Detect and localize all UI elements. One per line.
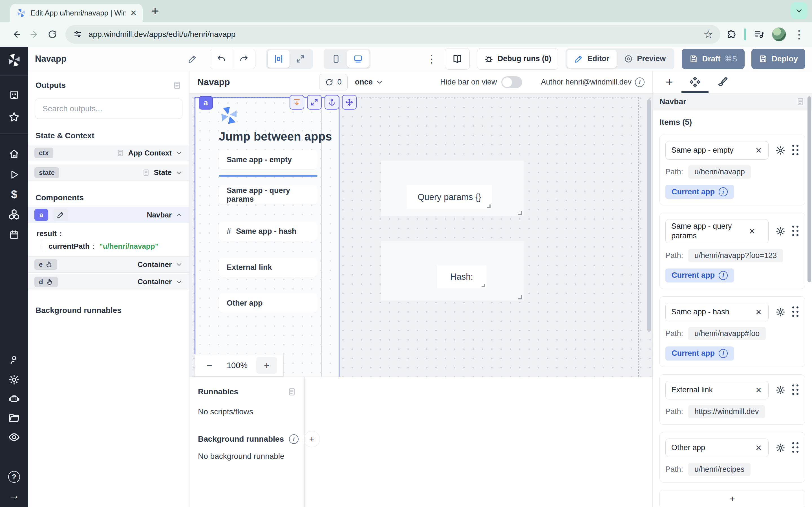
sidebar-item-audit-logs[interactable] [8,431,20,443]
toolbar-menu-icon[interactable]: ⋮ [426,53,437,65]
edit-id-button[interactable] [53,209,68,221]
info-icon[interactable]: i [719,349,728,358]
chevron-down-icon[interactable] [175,149,183,157]
fullwidth-layout-button[interactable] [290,50,312,68]
resize-handle[interactable] [518,211,522,215]
chevron-down-icon[interactable] [175,169,183,177]
profile-avatar[interactable] [772,27,786,41]
output-row-ctx[interactable]: ctx App Context [28,145,189,161]
container-e-preview[interactable]: Query params {} [380,161,523,216]
path-value[interactable]: u/henri/navapp [688,165,751,179]
run-mode-dropdown[interactable]: once [355,78,384,87]
site-settings-icon[interactable] [73,30,82,39]
windmill-logo[interactable] [7,53,21,68]
item-settings-button[interactable] [775,385,785,395]
sidebar-item-users[interactable] [8,354,20,365]
anchor-component-button[interactable] [324,95,339,110]
browser-tab[interactable]: Edit App u/henri/navapp | Win × [10,4,143,22]
back-button[interactable] [7,25,26,43]
centered-layout-button[interactable] [267,50,290,68]
item-label-field[interactable]: Same app - empty × [665,141,769,160]
path-value[interactable]: https://windmill.dev [688,405,765,418]
output-row-state[interactable]: state State [28,165,189,181]
panel-doc-icon[interactable] [796,97,805,107]
url-text[interactable]: app.windmill.dev/apps/edit/u/henri/navap… [89,30,697,39]
hash-text-box[interactable]: Hash: [437,265,486,288]
drag-handle[interactable] [792,145,799,156]
chevron-up-icon[interactable] [175,211,183,219]
sidebar-item-resources[interactable] [8,209,20,220]
mobile-view-button[interactable] [325,50,347,68]
query-params-text-box[interactable]: Query params {} [407,185,492,209]
hide-bar-toggle[interactable] [501,76,522,88]
clear-label-icon[interactable]: × [754,145,763,156]
item-settings-button[interactable] [775,307,785,317]
deploy-button[interactable]: Deploy [751,49,805,69]
item-label-field[interactable]: Other app × [665,439,769,457]
move-component-button[interactable] [342,95,357,110]
resize-handle[interactable] [481,284,485,287]
redo-button[interactable] [233,49,255,69]
add-nav-item-button[interactable]: + [659,490,805,507]
tab-settings[interactable] [689,71,701,93]
settings-panel-scrollbar[interactable] [808,96,811,282]
insert-below-button[interactable] [290,95,304,110]
clear-label-icon[interactable]: × [748,225,757,237]
component-id-tag[interactable]: a [199,96,213,110]
sidebar-item-runs[interactable] [9,169,19,180]
chevron-down-icon[interactable] [175,261,183,269]
tab-styling[interactable] [717,71,728,93]
nav-item-external-link[interactable]: External link [219,258,317,277]
item-settings-button[interactable] [775,226,785,236]
info-icon[interactable]: i [719,187,728,196]
expand-component-button[interactable] [307,95,322,110]
drag-handle[interactable] [792,306,799,318]
canvas-scrollbar[interactable] [647,99,651,332]
desktop-view-button[interactable] [347,50,369,68]
bookmark-star-icon[interactable]: ☆ [703,28,717,41]
extensions-icon[interactable] [726,29,737,40]
add-background-runnable-button[interactable]: + [304,431,320,447]
sidebar-item-home[interactable] [8,148,20,159]
component-row-container-d[interactable]: d Container [28,274,189,290]
component-row-container-e[interactable]: e Container [28,256,189,273]
item-settings-button[interactable] [775,443,785,453]
forward-button[interactable] [26,25,43,43]
nav-item-same-app-empty[interactable]: Same app - empty [219,150,317,169]
tab-insert[interactable]: + [666,71,673,93]
container-d-preview[interactable]: Hash: [380,241,523,300]
nav-item-hash[interactable]: #Same app - hash [219,222,317,241]
url-bar[interactable]: app.windmill.dev/apps/edit/u/henri/navap… [65,25,720,44]
chevron-down-icon[interactable] [175,278,183,286]
clear-label-icon[interactable]: × [754,384,763,396]
sidebar-item-settings[interactable] [8,374,20,385]
sidebar-item-workers[interactable] [8,393,20,404]
drag-handle[interactable] [792,442,799,453]
resize-handle[interactable] [487,205,491,208]
resize-handle[interactable] [518,295,522,299]
editor-tab[interactable]: Editor [567,50,617,68]
panel-doc-icon[interactable] [172,80,182,90]
tab-search-chevron-button[interactable] [791,2,808,19]
panel-doc-icon[interactable] [287,387,297,397]
drag-handle[interactable] [792,385,799,396]
preview-tab[interactable]: Preview [617,50,673,68]
sidebar-expand-button[interactable]: → [8,489,20,502]
info-icon[interactable]: i [719,271,728,280]
item-settings-button[interactable] [775,145,785,156]
reload-button[interactable] [43,25,61,43]
undo-button[interactable] [210,49,233,69]
docs-button[interactable] [445,48,470,69]
clear-label-icon[interactable]: × [754,442,763,454]
media-controls-icon[interactable] [753,29,765,40]
zoom-in-button[interactable]: + [256,357,277,374]
item-label-field[interactable]: Same app - hash × [665,303,769,321]
draft-button[interactable]: Draft ⌘S [682,49,744,69]
item-label-field[interactable]: Same app - query params × [665,219,769,243]
component-row-navbar[interactable]: a Navbar [28,207,189,223]
debug-runs-button[interactable]: Debug runs (0) [477,48,559,69]
clear-label-icon[interactable]: × [754,306,763,318]
search-outputs-input[interactable] [35,99,183,119]
sidebar-item-workspace[interactable] [8,89,20,101]
sidebar-item-help[interactable]: ? [8,471,20,483]
